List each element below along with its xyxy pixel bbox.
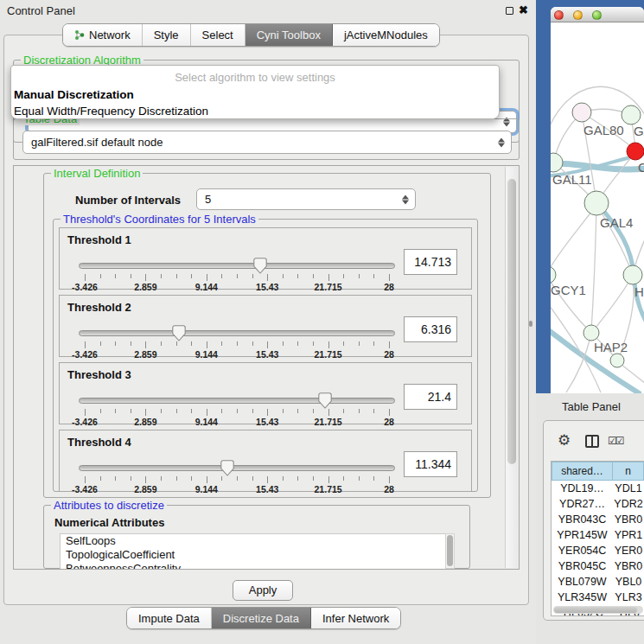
slider-track[interactable]: [79, 263, 395, 269]
threshold-slider[interactable]: -3.4262.8599.14415.4321.71528: [85, 463, 389, 491]
network-edge[interactable]: [594, 277, 632, 330]
tab-label: Impute Data: [138, 612, 200, 625]
table-cell: YPR145W: [552, 527, 613, 543]
table-row[interactable]: YBL079WYBL0: [552, 574, 644, 590]
close-icon[interactable]: ✖: [519, 3, 528, 16]
float-window-icon[interactable]: [506, 7, 513, 15]
table-horizontal-scrollbar[interactable]: [553, 606, 643, 614]
table-cell: YER0: [613, 543, 644, 558]
tab-infer-network[interactable]: Infer Network: [311, 608, 400, 628]
threshold-value-field[interactable]: 14.713: [404, 249, 457, 275]
column-header-shared-name[interactable]: shared…: [552, 462, 613, 481]
table-data-combobox[interactable]: galFiltered.sif default node: [22, 131, 512, 154]
network-node-h[interactable]: [623, 265, 642, 284]
tab-impute-data[interactable]: Impute Data: [127, 608, 212, 628]
settings-gear-icon[interactable]: ⚙: [558, 431, 571, 450]
close-traffic-light-icon[interactable]: [554, 10, 564, 20]
algorithm-option-manual-discretization[interactable]: Manual Discretization: [11, 86, 499, 103]
threshold-value-field[interactable]: 11.344: [404, 451, 457, 477]
network-edge[interactable]: [551, 205, 596, 273]
threshold-slider[interactable]: -3.4262.8599.14415.4321.71528: [85, 261, 389, 289]
slider-tick-label: 21.715: [315, 484, 342, 494]
apply-button[interactable]: Apply: [233, 580, 293, 601]
threshold-slider[interactable]: -3.4262.8599.14415.4321.71528: [85, 328, 389, 356]
algorithm-option-equal-width-frequency-discretization[interactable]: Equal Width/Frequency Discretization: [11, 103, 499, 119]
table-row[interactable]: YDL19…YDL1: [552, 481, 644, 496]
scrollbar-thumb[interactable]: [507, 179, 516, 464]
slider-tick: [359, 341, 360, 346]
combo-spinner-icon: [498, 137, 505, 147]
attribute-item-topologicalcoefficient[interactable]: TopologicalCoefficient: [61, 548, 445, 562]
slider-tick-label: 15.43: [256, 349, 278, 360]
attributes-list-scrollbar[interactable]: [445, 533, 455, 569]
slider-tick: [343, 476, 344, 481]
threshold-value-field[interactable]: 6.316: [404, 316, 457, 342]
table-panel-container: ⚙ ☑☑ shared… n YDL19…YDL1YDR27…YDR2YBR04…: [543, 420, 644, 621]
network-node-label: H: [634, 284, 644, 299]
network-node-gal80[interactable]: [572, 103, 591, 122]
table-row[interactable]: YLR345WYLR3: [552, 590, 644, 605]
scrollbar-thumb[interactable]: [554, 607, 637, 613]
table-row[interactable]: YDR27…YDR2: [552, 496, 644, 512]
attribute-item-selfloops[interactable]: SelfLoops: [61, 534, 445, 548]
slider-track[interactable]: [79, 330, 395, 336]
slider-thumb[interactable]: [253, 258, 267, 274]
number-of-intervals-combobox[interactable]: 5: [196, 188, 416, 210]
network-edge[interactable]: [566, 334, 591, 392]
slider-tick: [161, 476, 162, 481]
threshold-value-field[interactable]: 21.4: [404, 384, 457, 410]
table-cell: YER054C: [552, 543, 613, 558]
tab-label: Style: [154, 29, 179, 41]
desktop: Control Panel ✖ Discretization Algorithm…: [0, 0, 644, 644]
network-node-gcy1[interactable]: [551, 266, 556, 284]
slider-tick: [191, 409, 192, 413]
tab-network[interactable]: Network: [63, 24, 143, 46]
slider-tick: [221, 409, 222, 413]
tab-label: Discretize Data: [223, 612, 299, 625]
panel-resize-grip[interactable]: [529, 321, 532, 327]
slider-thumb[interactable]: [318, 392, 332, 409]
network-node[interactable]: [610, 354, 624, 367]
select-columns-checkboxes-icon[interactable]: ☑☑: [608, 435, 623, 447]
slider-tick: [252, 341, 253, 346]
network-edge[interactable]: [591, 205, 596, 331]
minimize-traffic-light-icon[interactable]: [573, 10, 583, 20]
threshold-slider[interactable]: -3.4262.8599.14415.4321.71528: [85, 396, 389, 424]
slider-track[interactable]: [79, 465, 395, 471]
slider-tick-label: 2.859: [134, 282, 156, 292]
attribute-item-betweennesscentrality[interactable]: BetweennessCentrality: [61, 562, 445, 569]
tab-discretize-data[interactable]: Discretize Data: [212, 608, 311, 628]
network-node-c[interactable]: [627, 143, 644, 160]
table-row[interactable]: YBR043CYBR0: [552, 512, 644, 527]
scrollbar-thumb[interactable]: [447, 535, 453, 566]
tab-style[interactable]: Style: [143, 24, 191, 46]
slider-tick: [115, 409, 116, 413]
tab-label: Cyni Toolbox: [257, 29, 321, 41]
slider-tick-label: 21.715: [315, 349, 342, 360]
network-node-gal4[interactable]: [584, 191, 609, 215]
network-node-ga[interactable]: [622, 105, 641, 124]
column-header-name[interactable]: n: [613, 462, 644, 481]
network-canvas[interactable]: GAL80GACGAL11GAL4GCY1HHAP2: [551, 22, 644, 393]
algorithm-dropdown-popup: Select algorithm to view settings Manual…: [10, 65, 500, 119]
table-row[interactable]: YER054CYER0: [552, 543, 644, 558]
table-row[interactable]: YPR145WYPR1: [552, 527, 644, 543]
numerical-attributes-list[interactable]: SelfLoopsTopologicalCoefficientBetweenne…: [60, 533, 445, 569]
zoom-traffic-light-icon[interactable]: [592, 10, 602, 20]
tab-select[interactable]: Select: [191, 24, 245, 46]
control-panel-tabbar: NetworkStyleSelectCyni ToolboxjActiveMNo…: [62, 23, 440, 47]
slider-tick: [221, 476, 222, 481]
slider-thumb[interactable]: [172, 325, 186, 341]
column-layout-icon[interactable]: [585, 435, 599, 448]
number-of-intervals-label: Number of Intervals: [75, 194, 181, 207]
vertical-scrollbar[interactable]: [505, 167, 518, 568]
table-cell: YLR3: [613, 590, 644, 605]
slider-track[interactable]: [79, 398, 395, 404]
network-window-titlebar[interactable]: [551, 7, 644, 22]
tab-jactivemnodules[interactable]: jActiveMNodules: [333, 24, 439, 46]
network-node-hap2[interactable]: [583, 325, 599, 341]
slider-tick-label: 15.43: [256, 282, 278, 292]
table-row[interactable]: YBR045CYBR0: [552, 558, 644, 574]
slider-thumb[interactable]: [220, 460, 234, 476]
tab-cyni-toolbox[interactable]: Cyni Toolbox: [245, 24, 333, 46]
